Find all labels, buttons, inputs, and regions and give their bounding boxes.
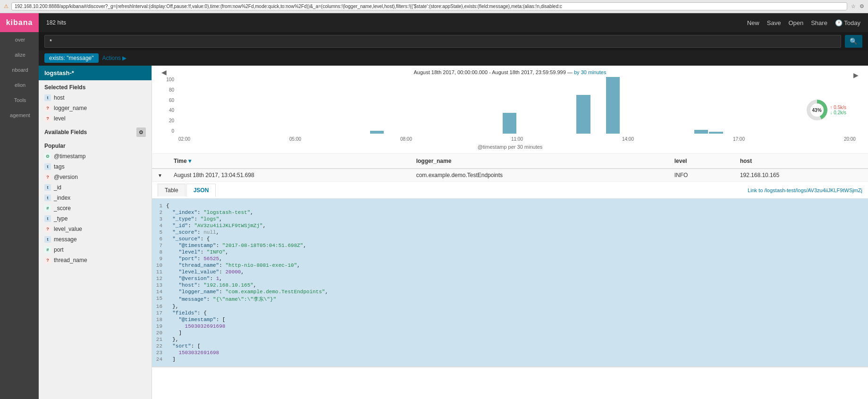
field-item-index[interactable]: t _index [39, 193, 152, 203]
field-item-port[interactable]: # port [39, 245, 152, 255]
save-button[interactable]: Save [767, 19, 781, 26]
index-pattern[interactable]: logstash-* [39, 66, 152, 80]
json-line: 18 "@timestamp": [ [152, 316, 868, 323]
field-item-timestamp[interactable]: ⊙ @timestamp [39, 151, 152, 161]
popular-title: Popular [39, 139, 152, 151]
chart-bar [606, 77, 620, 134]
results-section: Time ▾ logger_name level host [152, 154, 868, 399]
histogram-section: ◀ August 18th 2017, 00:00:00.000 - Augus… [152, 66, 868, 154]
sidebar-item-management[interactable]: agement [0, 108, 39, 123]
tab-table[interactable]: Table [158, 184, 185, 196]
chart-bar [709, 132, 723, 134]
search-button[interactable]: 🔍 [845, 35, 862, 48]
json-line: 20 ] [152, 330, 868, 336]
today-button[interactable]: 🕐 Today [835, 19, 860, 26]
field-item-version[interactable]: ? @version [39, 172, 152, 182]
host-col-header[interactable]: host [734, 154, 868, 169]
field-item-logger-name[interactable]: ? logger_name [39, 103, 152, 113]
json-line: 12 "@version": 1, [152, 275, 868, 282]
chart-bar [503, 113, 516, 134]
open-button[interactable]: Open [788, 19, 803, 26]
field-item-message[interactable]: t message [39, 234, 152, 245]
field-type-icon: ? [44, 115, 51, 122]
field-name: @version [54, 174, 78, 180]
field-name: port [54, 246, 64, 253]
field-item-score[interactable]: # _score [39, 203, 152, 213]
json-line: 9 "port": 56525, [152, 255, 868, 262]
json-line: 10 "thread_name": "http-nio-8081-exec-10… [152, 262, 868, 269]
available-fields-settings-button[interactable]: ⚙ [136, 127, 146, 137]
left-panel: logstash-* Selected Fields t host ? logg… [39, 66, 152, 399]
json-line: 11 "level_value": 20000, [152, 269, 868, 275]
json-line: 8 "level": "INFO", [152, 249, 868, 255]
field-name: level [54, 115, 66, 122]
field-type-icon: # [44, 246, 51, 253]
network-donut: 43% [807, 100, 827, 120]
bookmark-icon[interactable]: ☆ [851, 3, 856, 9]
sidebar-item-timelion[interactable]: elion [0, 77, 39, 93]
chart-x-label: @timestamp per 30 minutes [160, 144, 860, 150]
json-line: 23 1503032691698 [152, 349, 868, 356]
row-expand-button[interactable]: ▼ [152, 169, 168, 182]
top-toolbar: 182 hits New Save Open Share 🕐 Today [39, 13, 868, 32]
histogram-interval-link[interactable]: by 30 minutes [574, 69, 606, 75]
field-name: _type [54, 215, 67, 222]
network-stats: ↑ 0.5k/s ↓ 0.2k/s [830, 105, 846, 115]
field-item-level-value[interactable]: ? level_value [39, 224, 152, 234]
result-host: 192.168.10.165 [734, 169, 868, 182]
field-name: @timestamp [54, 153, 86, 160]
detail-link[interactable]: Link to /logstash-test/logs/AV3zu4iiJKLF… [748, 187, 862, 193]
result-time: August 18th 2017, 13:04:51.698 [168, 169, 411, 182]
sidebar-item-label: elion [15, 82, 25, 88]
right-panel: ◀ August 18th 2017, 00:00:00.000 - Augus… [152, 66, 868, 399]
share-button[interactable]: Share [811, 19, 827, 26]
json-line: 13 "host": "192.168.10.165", [152, 282, 868, 289]
histogram-title: August 18th 2017, 00:00:00.000 - August … [160, 69, 860, 75]
sidebar-item-label: nboard [12, 67, 28, 73]
level-col-header[interactable]: level [669, 154, 734, 169]
chart-bar [370, 131, 384, 134]
json-line: 3 "_type": "logs", [152, 216, 868, 222]
new-button[interactable]: New [747, 19, 759, 26]
field-type-icon: # [44, 205, 51, 212]
histogram-expand-left[interactable]: ◀ [161, 68, 167, 76]
field-item-thread-name[interactable]: ? thread_name [39, 255, 152, 265]
search-input[interactable] [44, 35, 841, 48]
network-percent: 43% [812, 108, 822, 113]
field-type-icon: ? [44, 257, 51, 263]
search-bar: 🔍 [39, 32, 868, 51]
expand-col-header [152, 154, 168, 169]
field-name: _score [54, 205, 71, 212]
browser-bar: ⚠ 192.168.10.200:8888/app/kibana#/discov… [0, 0, 868, 13]
json-line: 22 "sort": [ [152, 343, 868, 349]
json-line: 16 }, [152, 303, 868, 310]
time-col-header[interactable]: Time ▾ [168, 154, 411, 169]
sidebar-item-devtools[interactable]: Tools [0, 93, 39, 108]
chart-bar [576, 95, 590, 134]
field-name: message [54, 236, 77, 243]
favicon-icon: ⚠ [4, 3, 8, 9]
field-name: logger_name [54, 105, 87, 111]
field-type-icon: t [44, 163, 51, 170]
available-fields-title: Available Fields [44, 129, 87, 136]
json-line: 5 "_score": null, [152, 229, 868, 236]
field-type-icon: t [44, 94, 51, 101]
field-item-level[interactable]: ? level [39, 113, 152, 124]
field-type-icon: ? [44, 226, 51, 232]
sidebar-item-visualize[interactable]: alize [0, 47, 39, 62]
sidebar-item-dashboard[interactable]: nboard [0, 62, 39, 77]
field-item-type[interactable]: t _type [39, 213, 152, 224]
result-logger-name: com.example.demo.TestEndpoints [411, 169, 669, 182]
chart-bars [178, 77, 856, 134]
filter-actions[interactable]: Actions ▶ [102, 55, 127, 61]
field-item-host[interactable]: t host [39, 93, 152, 103]
field-item-id[interactable]: t _id [39, 182, 152, 193]
extensions-icon[interactable]: ⚙ [860, 3, 864, 9]
logger-name-col-header[interactable]: logger_name [411, 154, 669, 169]
url-bar[interactable]: 192.168.10.200:8888/app/kibana#/discover… [11, 2, 847, 10]
sidebar-item-discover[interactable]: over [0, 32, 39, 47]
tab-json[interactable]: JSON [186, 184, 216, 197]
filter-tag[interactable]: exists: "message" [44, 53, 99, 63]
field-name: thread_name [54, 257, 87, 263]
field-item-tags[interactable]: t tags [39, 161, 152, 172]
